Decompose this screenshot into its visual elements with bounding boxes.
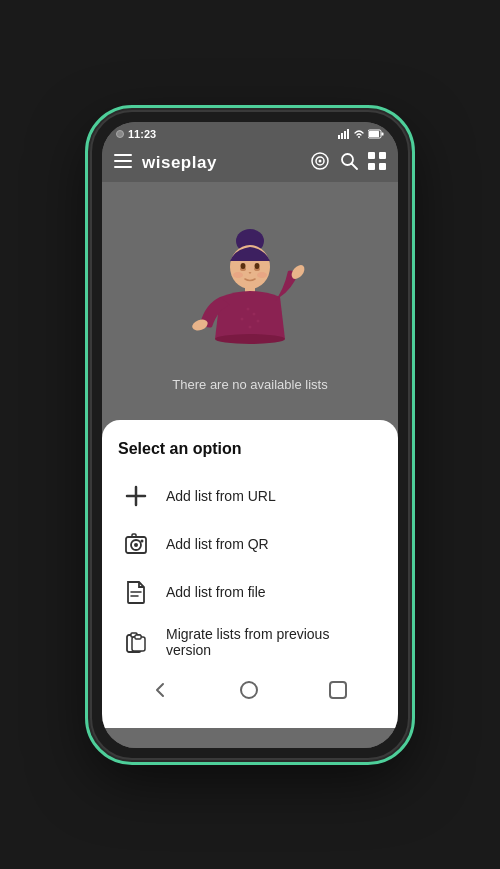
add-qr-label: Add list from QR <box>166 536 269 552</box>
svg-point-49 <box>241 682 257 698</box>
add-url-icon <box>122 482 150 510</box>
menu-item-url[interactable]: Add list from URL <box>118 472 382 520</box>
svg-point-27 <box>257 272 267 278</box>
camera-indicator <box>116 130 124 138</box>
app-title: wiseplay <box>142 153 300 173</box>
back-button[interactable] <box>133 676 189 708</box>
bottom-sheet-title: Select an option <box>118 440 382 458</box>
svg-point-34 <box>257 320 260 323</box>
svg-rect-8 <box>114 160 132 162</box>
menu-icon[interactable] <box>114 154 132 172</box>
svg-rect-6 <box>369 131 379 137</box>
svg-point-41 <box>134 543 138 547</box>
menu-item-file[interactable]: Add list from file <box>118 568 382 616</box>
svg-point-36 <box>215 334 285 344</box>
phone-screen: 11:23 <box>102 122 398 748</box>
svg-rect-3 <box>347 129 349 139</box>
add-url-label: Add list from URL <box>166 488 276 504</box>
svg-point-26 <box>233 272 243 278</box>
status-bar: 11:23 <box>102 122 398 144</box>
svg-rect-0 <box>338 135 340 139</box>
status-right <box>338 129 384 139</box>
battery-icon <box>368 129 384 139</box>
svg-rect-48 <box>135 635 141 639</box>
svg-point-24 <box>241 263 246 269</box>
phone-shell: 11:23 <box>90 110 410 760</box>
signal-icon <box>338 129 350 139</box>
wifi-icon <box>353 129 365 139</box>
menu-item-migrate[interactable]: Migrate lists from previous version <box>118 616 382 668</box>
add-file-icon <box>122 578 150 606</box>
add-file-label: Add list from file <box>166 584 266 600</box>
nav-bar <box>118 668 382 720</box>
migrate-label: Migrate lists from previous version <box>166 626 378 658</box>
bottom-sheet: Select an option Add list from URL <box>102 420 398 728</box>
svg-point-32 <box>253 313 256 316</box>
search-icon[interactable] <box>340 152 358 174</box>
svg-point-12 <box>319 159 322 162</box>
svg-rect-9 <box>114 166 132 168</box>
svg-rect-50 <box>330 682 346 698</box>
svg-point-31 <box>247 308 250 311</box>
home-button[interactable] <box>219 676 279 708</box>
status-left: 11:23 <box>116 128 156 140</box>
recents-button[interactable] <box>309 677 367 707</box>
svg-point-33 <box>241 318 244 321</box>
svg-rect-17 <box>368 163 375 170</box>
empty-message: There are no available lists <box>172 377 327 392</box>
svg-point-25 <box>255 263 260 269</box>
svg-rect-15 <box>368 152 375 159</box>
svg-rect-18 <box>379 163 386 170</box>
status-time: 11:23 <box>128 128 156 140</box>
svg-rect-2 <box>344 131 346 139</box>
migrate-icon <box>122 628 150 656</box>
menu-item-qr[interactable]: Add list from QR <box>118 520 382 568</box>
svg-point-42 <box>141 539 144 542</box>
main-content: There are no available lists Select an o… <box>102 182 398 748</box>
svg-rect-5 <box>382 132 384 135</box>
app-bar: wiseplay <box>102 144 398 182</box>
cast-icon[interactable] <box>310 152 330 174</box>
app-bar-icons <box>310 152 386 174</box>
character-illustration <box>180 209 320 369</box>
grid-icon[interactable] <box>368 152 386 174</box>
svg-line-14 <box>352 163 358 169</box>
svg-point-35 <box>249 326 252 329</box>
svg-rect-7 <box>114 154 132 156</box>
svg-rect-16 <box>379 152 386 159</box>
svg-rect-1 <box>341 133 343 139</box>
illustration-area: There are no available lists <box>102 182 398 420</box>
add-qr-icon <box>122 530 150 558</box>
